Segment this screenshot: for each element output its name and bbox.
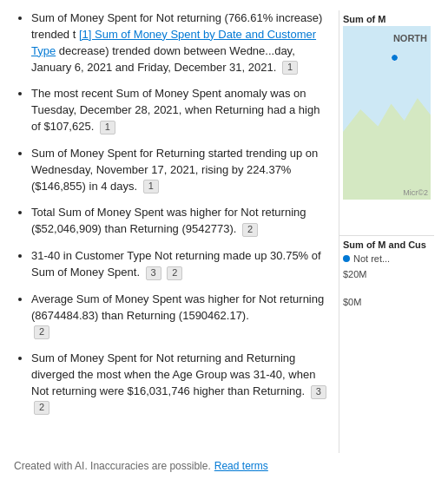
badge-1[interactable]: 1 — [282, 61, 298, 75]
badge-4[interactable]: 2 — [242, 223, 258, 237]
ms-logo: Micr©2 — [403, 188, 428, 197]
list-item: Sum of Money Spent for Not returning (76… — [31, 10, 332, 75]
right-panel: Sum of M NORTH Micr©2 Sum of M and Cus N… — [339, 10, 434, 453]
badge-7a[interactable]: 3 — [311, 385, 326, 399]
read-terms-link[interactable]: Read terms — [214, 460, 268, 472]
list-item: Sum of Money Spent for Returning started… — [31, 146, 332, 195]
insights-panel: Sum of Money Spent for Not returning (76… — [14, 10, 339, 453]
map-panel-title: Sum of M — [343, 14, 431, 24]
badge-7b[interactable]: 2 — [34, 401, 49, 415]
chart-panel-title: Sum of M and Cus — [343, 240, 431, 250]
map-land — [343, 87, 431, 200]
badge-2[interactable]: 1 — [100, 121, 115, 135]
map-area: NORTH Micr©2 — [343, 26, 431, 200]
insight-text-3: Sum of Money Spent for Returning started… — [31, 147, 318, 193]
legend-dot — [343, 255, 350, 262]
map-north-label: NORTH — [393, 33, 427, 43]
badge-5a[interactable]: 3 — [146, 266, 161, 280]
list-item: Sum of Money Spent for Not returning and… — [31, 351, 332, 416]
insight-text-1b: decrease) trended down between Wedne...d… — [31, 44, 295, 74]
map-panel: Sum of M NORTH Micr©2 — [339, 10, 434, 236]
footer: Created with AI. Inaccuracies are possib… — [14, 453, 434, 472]
insight-text-2: The most recent Sum of Money Spent anoma… — [31, 87, 320, 133]
list-item: Total Sum of Money Spent was higher for … — [31, 205, 332, 238]
chart-label-20m: $20M — [343, 269, 431, 279]
chart-label-0m: $0M — [343, 297, 431, 307]
legend-item: Not ret... — [343, 253, 431, 264]
main-container: Sum of Money Spent for Not returning (76… — [0, 0, 448, 479]
insight-text-4: Total Sum of Money Spent was higher for … — [31, 206, 306, 235]
list-item: The most recent Sum of Money Spent anoma… — [31, 86, 332, 135]
chart-panel: Sum of M and Cus Not ret... $20M $0M — [339, 236, 434, 453]
badge-6[interactable]: 2 — [34, 325, 49, 339]
badge-3[interactable]: 1 — [143, 180, 159, 194]
footer-static-text: Created with AI. Inaccuracies are possib… — [14, 460, 211, 472]
insight-text-7: Sum of Money Spent for Not returning and… — [31, 351, 315, 397]
list-item: 31-40 in Customer Type Not returning mad… — [31, 248, 332, 281]
insights-list: Sum of Money Spent for Not returning (76… — [14, 10, 332, 417]
badge-5b[interactable]: 2 — [167, 266, 182, 280]
legend-label: Not ret... — [353, 253, 390, 264]
insight-text-6: Average Sum of Money Spent was higher fo… — [31, 292, 324, 322]
map-dot — [391, 54, 399, 62]
list-item: Average Sum of Money Spent was higher fo… — [31, 292, 332, 341]
